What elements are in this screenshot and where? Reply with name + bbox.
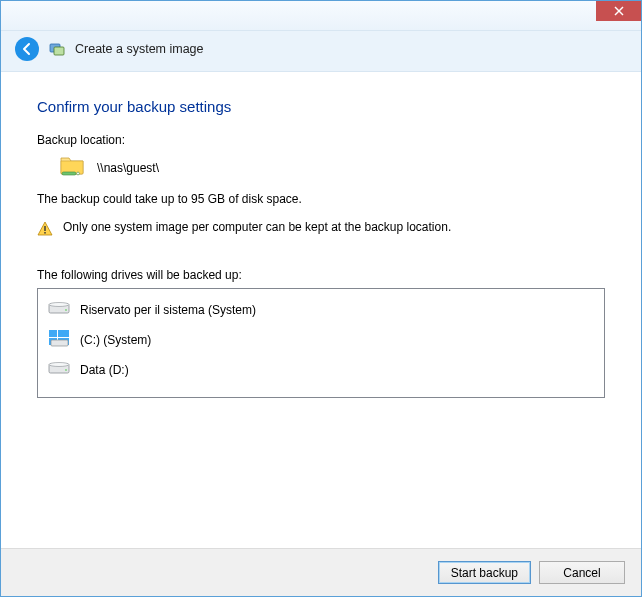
backup-location-path: \\nas\guest\ (97, 161, 159, 175)
svg-rect-11 (49, 330, 57, 337)
nav-header: Create a system image (1, 31, 641, 72)
svg-point-17 (49, 363, 69, 367)
wizard-window: Create a system image Confirm your backu… (0, 0, 642, 597)
page-heading: Confirm your backup settings (37, 98, 605, 115)
drive-item: Riservato per il sistema (System) (38, 295, 604, 324)
close-button[interactable] (596, 1, 641, 21)
size-estimate: The backup could take up to 95 GB of dis… (37, 192, 605, 206)
wizard-content: Confirm your backup settings Backup loca… (1, 72, 641, 548)
svg-rect-3 (54, 47, 64, 55)
svg-rect-15 (51, 340, 68, 346)
drive-name: Data (D:) (80, 363, 129, 377)
wizard-footer: Start backup Cancel (1, 548, 641, 596)
svg-rect-12 (58, 330, 69, 337)
backup-location-label: Backup location: (37, 133, 605, 147)
back-button[interactable] (15, 37, 39, 61)
os-drive-icon (48, 329, 70, 350)
svg-rect-6 (44, 226, 45, 231)
arrow-left-icon (20, 42, 34, 56)
svg-point-9 (49, 303, 69, 307)
drive-name: Riservato per il sistema (System) (80, 303, 256, 317)
backup-location-row: \\nas\guest\ (59, 153, 605, 182)
warning-row: Only one system image per computer can b… (37, 220, 605, 240)
close-icon (614, 6, 624, 16)
hard-disk-icon (48, 360, 70, 379)
drives-label: The following drives will be backed up: (37, 268, 605, 282)
svg-rect-7 (44, 232, 45, 234)
start-backup-button[interactable]: Start backup (438, 561, 531, 584)
network-folder-icon (59, 153, 87, 182)
hard-disk-icon (48, 300, 70, 319)
system-image-icon (49, 41, 65, 57)
wizard-title: Create a system image (75, 42, 204, 56)
drive-item: Data (D:) (38, 355, 604, 384)
warning-icon (37, 220, 53, 240)
warning-text: Only one system image per computer can b… (63, 220, 451, 234)
drive-item: (C:) (System) (38, 324, 604, 355)
svg-rect-4 (62, 172, 76, 175)
cancel-button[interactable]: Cancel (539, 561, 625, 584)
svg-point-10 (65, 309, 67, 311)
drive-list: Riservato per il sistema (System) (C:) (… (37, 288, 605, 398)
drive-name: (C:) (System) (80, 333, 151, 347)
svg-point-18 (65, 369, 67, 371)
svg-point-5 (77, 172, 80, 175)
title-bar (1, 1, 641, 31)
